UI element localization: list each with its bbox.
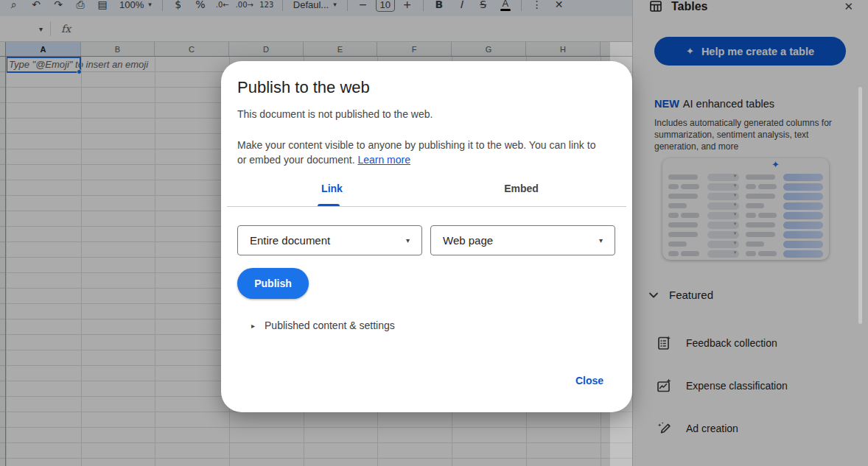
description-text: Make your content visible to anyone by p… xyxy=(237,139,595,166)
publish-to-web-dialog: Publish to the web This document is not … xyxy=(221,61,632,412)
disclosure-arrow-icon: ▸ xyxy=(251,322,255,330)
dialog-title: Publish to the web xyxy=(237,78,370,97)
publish-scope-select[interactable]: Entire document ▾ xyxy=(237,225,422,255)
disclosure-label: Published content & settings xyxy=(265,320,395,331)
format-select-value: Web page xyxy=(443,234,493,247)
learn-more-link[interactable]: Learn more xyxy=(357,154,410,166)
publish-status-text: This document is not published to the we… xyxy=(237,108,433,120)
tab-embed[interactable]: Embed xyxy=(427,177,616,200)
dialog-tabs: Link Embed xyxy=(237,177,616,200)
chevron-down-icon: ▾ xyxy=(406,236,410,244)
publish-button[interactable]: Publish xyxy=(237,268,309,299)
dialog-description: Make your content visible to anyone by p… xyxy=(237,138,607,167)
dialog-close-button[interactable]: Close xyxy=(575,375,603,386)
chevron-down-icon: ▾ xyxy=(599,236,603,244)
app-window: ⌕↶↷⎙▤100%▾$%.0←.00→123Defaul...▾−10+BISA… xyxy=(0,0,868,466)
sidebar-scrollbar-thumb[interactable] xyxy=(858,87,862,324)
tab-divider xyxy=(227,206,626,207)
publish-format-select[interactable]: Web page ▾ xyxy=(430,225,615,255)
scope-select-value: Entire document xyxy=(250,234,330,247)
tab-link[interactable]: Link xyxy=(237,177,427,200)
published-content-settings-disclosure[interactable]: ▸ Published content & settings xyxy=(251,320,395,331)
